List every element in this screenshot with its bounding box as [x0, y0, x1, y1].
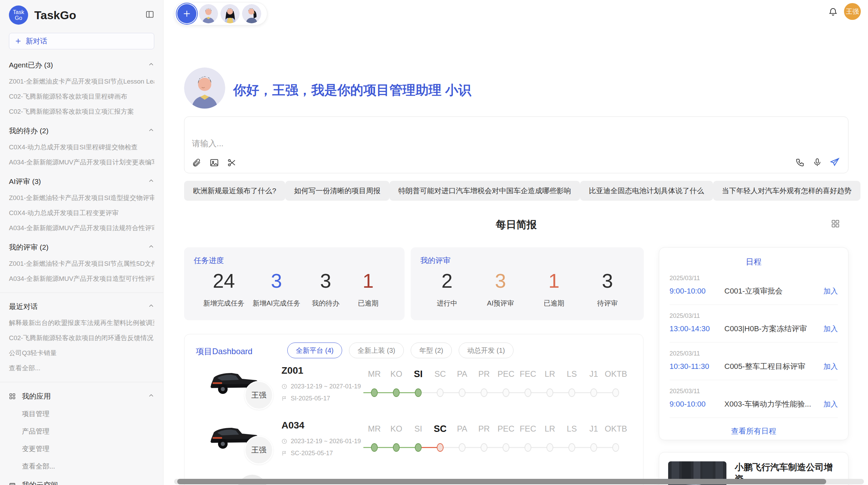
- milestone-cell: PR: [473, 369, 495, 401]
- app-item-project-mgmt[interactable]: 项目管理: [22, 409, 154, 419]
- add-agent-button[interactable]: [177, 4, 196, 23]
- stat-value: 1: [351, 269, 385, 293]
- conversation-item[interactable]: Z001-全新燃油皮卡产品开发项目SI节点Lesson Learn报告: [9, 78, 154, 85]
- image-icon[interactable]: [209, 158, 219, 167]
- tab-new-body[interactable]: 全新上装 (3): [349, 343, 404, 358]
- agent-avatar-1[interactable]: [199, 4, 218, 23]
- milestone-label: LS: [561, 423, 583, 434]
- project-dates: 2023-12-19 ~ 2026-01-19: [291, 438, 361, 445]
- schedule-time: 9:00-10:00: [670, 400, 724, 409]
- conversation-item[interactable]: A034-全新新能源MUV产品开发项目法规符合性评审: [9, 224, 154, 232]
- stat-value: 3: [590, 269, 625, 293]
- section-agent-done[interactable]: Agent已办 (3): [9, 60, 154, 70]
- section-recent-chats[interactable]: 最近对话: [9, 302, 154, 311]
- conversation-item[interactable]: Z001-全新燃油轻卡产品开发项目SI节点属性5D文件评审: [9, 260, 154, 267]
- tab-new-platform[interactable]: 全新平台 (4): [287, 343, 342, 358]
- recent-chat-item[interactable]: 解释最新出台的欧盟报废车法规再生塑料比例被调至15%...: [9, 319, 154, 326]
- milestone-label: J1: [583, 369, 605, 380]
- scissors-icon[interactable]: [227, 158, 237, 167]
- notification-bell-icon[interactable]: [828, 7, 838, 18]
- project-flag-milestone: SI-2025-05-17: [291, 395, 330, 402]
- schedule-time: 9:00-10:00: [670, 287, 724, 296]
- layout-grid-icon[interactable]: [831, 219, 840, 229]
- sidebar-collapse-icon[interactable]: [145, 10, 154, 20]
- tab-model-year[interactable]: 年型 (2): [411, 343, 452, 358]
- schedule-date: 2025/03/11: [670, 275, 838, 282]
- conversation-item[interactable]: C02-飞腾新能源轻客改款项目立项汇报方案: [9, 108, 154, 115]
- conversation-item[interactable]: C02-飞腾新能源轻客改款项目里程碑画布: [9, 93, 154, 100]
- schedule-time: 13:00-14:30: [670, 324, 724, 333]
- agent-avatar-3[interactable]: [242, 4, 261, 23]
- conversation-item[interactable]: C0X4-动力总成开发项目SI里程碑提交物检查: [9, 144, 154, 151]
- suggestion-chip[interactable]: 当下年轻人对汽车外观有怎样的喜好趋势: [713, 181, 860, 201]
- stat-label: 已逾期: [537, 299, 571, 308]
- user-avatar[interactable]: 王强: [844, 3, 861, 20]
- agent-avatar-2[interactable]: [220, 4, 240, 23]
- stat-value: 24: [203, 269, 244, 293]
- plus-icon: [182, 9, 191, 18]
- schedule-event-title: X003-车辆动力学性能验...: [724, 399, 823, 409]
- app-logo: Task Go: [9, 5, 28, 25]
- milestone-cell: KO: [385, 423, 407, 456]
- recent-chat-item[interactable]: 公司Q3轻卡销量: [9, 349, 154, 357]
- milestone-node: [590, 388, 597, 397]
- milestone-label: MR: [363, 423, 385, 434]
- chat-input[interactable]: [192, 138, 706, 155]
- join-button[interactable]: 加入: [823, 324, 838, 334]
- milestone-cell: LS: [561, 423, 583, 456]
- section-my-review[interactable]: 我的评审 (2): [9, 242, 154, 252]
- new-chat-button[interactable]: 新对话: [9, 33, 154, 49]
- suggestion-chip[interactable]: 如何写一份清晰的项目周报: [285, 181, 389, 201]
- suggestion-chip[interactable]: 欧洲新规最近颁布了什么?: [184, 181, 285, 201]
- attachment-icon[interactable]: [192, 158, 202, 167]
- phone-icon[interactable]: [795, 158, 805, 167]
- schedule-date: 2025/03/11: [670, 350, 838, 357]
- milestone-track: MRKOSISCPAPRPECFECLRLSJ1OKTB: [363, 423, 627, 456]
- view-all-apps[interactable]: 查看全部...: [22, 462, 154, 471]
- app-item-product-mgmt[interactable]: 产品管理: [22, 427, 154, 436]
- schedule-time: 10:30-11:30: [670, 362, 724, 371]
- assistant-avatar: [184, 67, 225, 109]
- milestone-label: PEC: [495, 369, 517, 380]
- milestone-label: OKTB: [605, 369, 627, 380]
- milestone-track: MRKOSISCPAPRPECFECLRLSJ1OKTB: [363, 369, 627, 401]
- stat-review-overdue: 1 已逾期: [537, 269, 571, 308]
- stat-value: 3: [309, 269, 343, 293]
- send-icon[interactable]: [830, 157, 840, 167]
- project-row: 王强 A034 2023-12-19 ~ 2026-01-19 SC-2025-…: [198, 416, 637, 475]
- milestone-node: [612, 443, 619, 452]
- tab-powertrain[interactable]: 动总开发 (1): [459, 343, 514, 358]
- horizontal-scrollbar-thumb[interactable]: [177, 479, 826, 484]
- sidebar-item-cloud-space[interactable]: 我的云空间: [9, 480, 154, 485]
- join-button[interactable]: 加入: [823, 286, 838, 296]
- conversation-item[interactable]: C0X4-动力总成开发项目工程变更评审: [9, 209, 154, 216]
- suggestion-chip[interactable]: 特朗普可能对进口汽车增税会对中国车企造成哪些影响: [389, 181, 580, 201]
- microphone-icon[interactable]: [812, 158, 822, 167]
- project-flag-milestone: SC-2025-05-17: [291, 450, 333, 457]
- milestone-node: [459, 388, 466, 397]
- conversation-item[interactable]: Z001-全新燃油轻卡产品开发项目SI造型提交物评审: [9, 194, 154, 201]
- conversation-item[interactable]: A034-全新新能源MUV产品开发项目造型可行性评审: [9, 275, 154, 282]
- view-all-schedule-link[interactable]: 查看所有日程: [670, 426, 838, 436]
- join-button[interactable]: 加入: [823, 362, 838, 371]
- section-my-todo[interactable]: 我的待办 (2): [9, 126, 154, 136]
- conversation-item[interactable]: A034-全新新能源MUV产品开发项目计划变更表编写: [9, 159, 154, 166]
- milestone-node: [612, 388, 619, 397]
- milestone-cell: SI: [407, 369, 429, 401]
- project-owner-avatar: 王强: [244, 381, 273, 410]
- sidebar-item-my-apps[interactable]: 我的应用: [9, 391, 154, 401]
- milestone-label: MR: [363, 369, 385, 380]
- join-button[interactable]: 加入: [823, 399, 838, 409]
- view-all-recent[interactable]: 查看全部...: [9, 364, 154, 372]
- recent-chat-item[interactable]: C02-飞腾新能源轻客改款项目的闭环通告反馈情况: [9, 334, 154, 341]
- horizontal-scrollbar-track[interactable]: [174, 479, 864, 484]
- milestone-node: [568, 388, 575, 397]
- milestone-label: PR: [473, 423, 495, 434]
- suggestion-chip[interactable]: 比亚迪全固态电池计划具体说了什么: [580, 181, 713, 201]
- app-item-change-mgmt[interactable]: 变更管理: [22, 444, 154, 453]
- chat-input-card: [184, 116, 848, 173]
- project-row: 王强 Z001 2023-12-19 ~ 2027-01-19 SI-2025-…: [198, 362, 637, 420]
- section-ai-review[interactable]: AI评审 (3): [9, 177, 154, 186]
- milestone-cell: PA: [451, 369, 473, 401]
- dashboard-tabs: 全新平台 (4) 全新上装 (3) 年型 (2) 动总开发 (1): [287, 343, 514, 358]
